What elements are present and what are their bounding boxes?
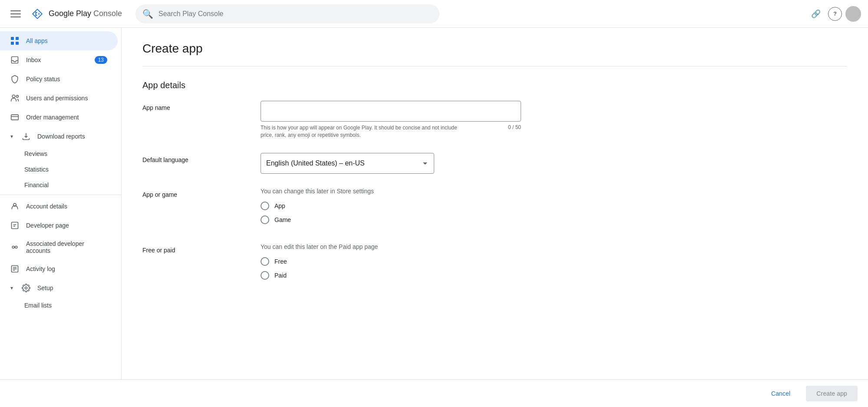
svg-point-17: [15, 246, 17, 248]
sidebar-item-download-reports[interactable]: ▾ Download reports: [0, 127, 118, 146]
paid-radio-circle: [261, 271, 269, 280]
paid-radio-option[interactable]: Paid: [261, 271, 847, 280]
app-radio-label: App: [274, 202, 285, 209]
app-or-game-label: App or game: [142, 188, 247, 229]
sidebar-sub-item-statistics[interactable]: Statistics: [0, 162, 121, 177]
sidebar-item-order-label: Order management: [26, 114, 79, 121]
sidebar-item-all-apps[interactable]: All apps: [0, 31, 118, 50]
svg-point-9: [16, 95, 18, 97]
game-radio-label: Game: [274, 216, 291, 223]
sidebar-sub-item-reviews[interactable]: Reviews: [0, 146, 121, 162]
search-icon: 🔍: [142, 9, 153, 19]
order-icon: [10, 113, 19, 122]
sidebar-item-associated-label: Associated developer accounts: [26, 240, 107, 254]
sidebar-item-inbox-label: Inbox: [26, 56, 41, 63]
svg-rect-3: [11, 37, 14, 40]
sidebar-item-associated-developer[interactable]: Associated developer accounts: [0, 235, 118, 259]
inbox-badge: 13: [95, 56, 107, 64]
default-language-label: Default language: [142, 153, 247, 174]
free-or-paid-control: You can edit this later on the Paid app …: [261, 243, 847, 285]
account-icon: [10, 202, 19, 211]
default-language-row: Default language English (United States)…: [142, 153, 847, 174]
main-content: Create app App details App name This is …: [122, 28, 868, 379]
inbox-icon: [10, 56, 19, 64]
svg-rect-4: [16, 37, 19, 40]
app-name-hint-row: This is how your app will appear on Goog…: [261, 124, 521, 139]
all-apps-icon: [10, 36, 19, 45]
sidebar-item-users-label: Users and permissions: [26, 95, 88, 102]
play-console-logo-icon: [30, 6, 45, 22]
app-name-control: This is how your app will appear on Goog…: [261, 101, 847, 139]
game-radio-circle: [261, 215, 269, 224]
sidebar-item-developer-page-label: Developer page: [26, 222, 69, 229]
free-radio-option[interactable]: Free: [261, 257, 847, 266]
sidebar-sub-item-email-lists[interactable]: Email lists: [0, 298, 121, 313]
sidebar-item-setup[interactable]: ▾ Setup: [0, 278, 118, 298]
logo-area: Google Play Console: [30, 6, 122, 22]
svg-point-23: [25, 287, 27, 289]
app-radio-circle: [261, 202, 269, 210]
page-title: Create app: [142, 42, 847, 56]
sidebar-item-policy-status[interactable]: Policy status: [0, 69, 118, 89]
sidebar-item-activity-label: Activity log: [26, 265, 55, 272]
paid-radio-label: Paid: [274, 272, 287, 279]
sidebar-item-inbox[interactable]: Inbox 13: [0, 50, 118, 69]
setup-expand-icon: ▾: [10, 285, 13, 291]
default-language-select[interactable]: English (United States) – en-US Spanish …: [261, 153, 434, 174]
header-right: 🔗 ?: [807, 5, 861, 23]
sidebar-item-setup-label: Setup: [37, 285, 53, 291]
help-button[interactable]: ?: [828, 7, 842, 21]
link-button[interactable]: 🔗: [807, 5, 825, 23]
free-or-paid-hint: You can edit this later on the Paid app …: [261, 243, 847, 250]
hamburger-menu-button[interactable]: [7, 5, 24, 23]
sidebar-item-account-details[interactable]: Account details: [0, 197, 118, 216]
setup-icon: [22, 284, 30, 292]
create-app-button[interactable]: Create app: [806, 386, 858, 401]
developer-page-icon: [10, 221, 19, 230]
free-radio-circle: [261, 257, 269, 266]
hamburger-icon: [10, 9, 21, 19]
game-radio-option[interactable]: Game: [261, 215, 847, 224]
sidebar-sub-item-financial[interactable]: Financial: [0, 177, 121, 193]
sidebar-divider-1: [0, 195, 121, 195]
download-expand-icon: ▾: [10, 133, 13, 139]
free-or-paid-row: Free or paid You can edit this later on …: [142, 243, 847, 285]
svg-rect-5: [11, 42, 14, 45]
sidebar-item-developer-page[interactable]: Developer page: [0, 216, 118, 235]
svg-point-8: [12, 95, 15, 98]
svg-rect-13: [12, 222, 18, 229]
app-name-count: 0 / 50: [508, 124, 521, 139]
search-input[interactable]: [158, 10, 432, 18]
body-area: All apps Inbox 13 Policy status Users an…: [0, 28, 868, 379]
policy-icon: [10, 75, 19, 83]
activity-log-icon: [10, 265, 19, 273]
app-or-game-control: You can change this later in Store setti…: [261, 188, 847, 229]
page-title-divider: [142, 66, 847, 66]
logo-text: Google Play Console: [49, 9, 122, 18]
cancel-button[interactable]: Cancel: [761, 386, 801, 401]
sidebar-item-order-management[interactable]: Order management: [0, 108, 118, 127]
app-name-label: App name: [142, 101, 247, 139]
section-title: App details: [142, 80, 847, 90]
download-icon: [22, 132, 30, 141]
avatar[interactable]: [845, 6, 861, 22]
search-bar[interactable]: 🔍: [135, 4, 439, 23]
free-or-paid-label: Free or paid: [142, 243, 247, 285]
free-radio-label: Free: [274, 258, 287, 265]
svg-rect-6: [16, 42, 19, 45]
app-name-row: App name This is how your app will appea…: [142, 101, 847, 139]
svg-point-16: [12, 246, 14, 248]
app-radio-option[interactable]: App: [261, 202, 847, 210]
footer: Cancel Create app: [0, 379, 868, 407]
sidebar: All apps Inbox 13 Policy status Users an…: [0, 28, 122, 379]
svg-rect-10: [11, 115, 19, 120]
svg-point-2: [36, 13, 38, 15]
app-name-input[interactable]: [261, 101, 521, 122]
sidebar-item-account-label: Account details: [26, 203, 67, 210]
sidebar-item-activity-log[interactable]: Activity log: [0, 259, 118, 278]
sidebar-item-download-label: Download reports: [37, 133, 85, 140]
app-name-hint-text: This is how your app will appear on Goog…: [261, 124, 469, 139]
sidebar-item-users-permissions[interactable]: Users and permissions: [0, 89, 118, 108]
default-language-control: English (United States) – en-US Spanish …: [261, 153, 847, 174]
sidebar-item-policy-label: Policy status: [26, 76, 60, 83]
